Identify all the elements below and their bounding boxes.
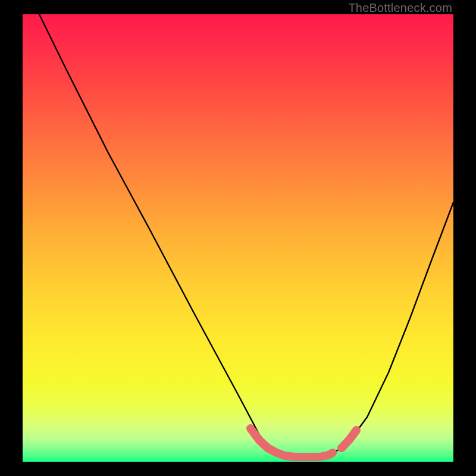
highlight-left xyxy=(250,428,333,457)
highlight-right xyxy=(342,430,356,448)
chart-frame: TheBottleneck.com xyxy=(0,0,476,476)
watermark-text: TheBottleneck.com xyxy=(348,1,452,15)
v-curve xyxy=(39,14,453,457)
gradient-plot-area xyxy=(23,14,453,462)
chart-svg xyxy=(23,14,453,462)
